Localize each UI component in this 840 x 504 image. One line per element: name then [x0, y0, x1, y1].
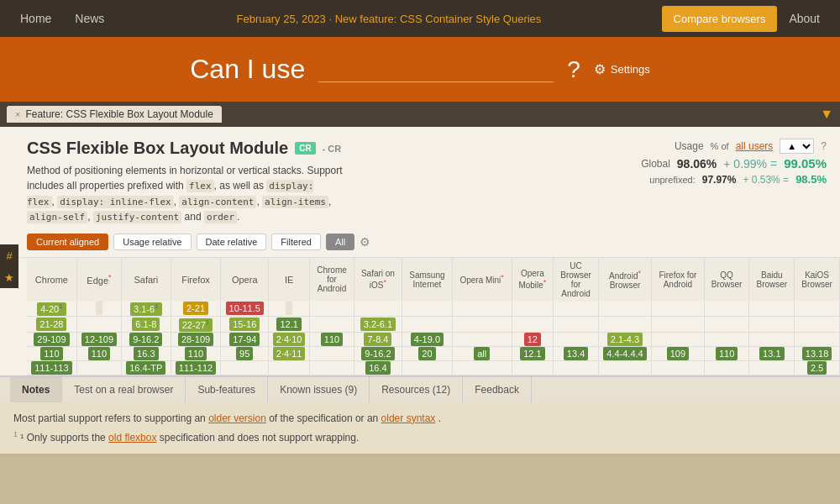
cell: 111-112 — [171, 360, 221, 375]
feature-tab[interactable]: × Feature: CSS Flexible Box Layout Modul… — [7, 106, 222, 123]
usage-pct-of: % of — [711, 141, 729, 151]
cell: 2.5 — [795, 360, 840, 375]
tab-close[interactable]: × — [15, 109, 20, 119]
cell — [749, 302, 795, 317]
cell: 3.1-61 — [122, 302, 171, 317]
cell — [554, 360, 599, 375]
th-chrome: Chrome — [27, 258, 76, 302]
usage-plus2: + 0.53% = — [743, 174, 789, 186]
cell: 16.3 — [122, 346, 171, 360]
th-safari-ios: Safari oniOS* — [354, 258, 402, 302]
feature-description: Method of positioning elements in horizo… — [27, 163, 346, 225]
th-opera: Opera — [221, 258, 269, 302]
cell — [704, 302, 749, 317]
tab-feedback[interactable]: Feedback — [463, 377, 532, 402]
filter-all[interactable]: All — [326, 234, 354, 250]
th-edge: Edge* — [76, 258, 121, 302]
cell — [749, 332, 795, 346]
cell — [795, 332, 840, 346]
search-input[interactable] — [318, 57, 554, 82]
filter-date-relative[interactable]: Date relative — [197, 234, 267, 250]
table-row: 110 110 16.3 110 95 2·4·11 9-16.2 20 all… — [27, 346, 840, 360]
old-flexbox-link[interactable]: old flexbox — [108, 432, 156, 444]
cell: 12.1 — [268, 317, 309, 333]
table-row: 111-113 16.4-TP 111-112 16.4 — [27, 360, 840, 375]
cell — [76, 360, 121, 375]
older-syntax-link[interactable]: older syntax — [381, 412, 436, 424]
usage-global-value: 98.06% — [677, 157, 717, 171]
th-chrome-android: ChromeforAndroid — [310, 258, 354, 302]
tab-label: Feature: CSS Flexible Box Layout Module — [25, 108, 213, 120]
cell — [749, 360, 795, 375]
cell — [704, 332, 749, 346]
cell — [402, 317, 453, 333]
cell: 6.1-8 — [122, 317, 171, 333]
usage-type-select[interactable]: ▲ — [780, 139, 814, 154]
cell — [795, 317, 840, 333]
cell: 2·4·10 — [268, 332, 309, 346]
filter-usage-relative[interactable]: Usage relative — [113, 234, 191, 250]
badge-cr: CR — [295, 142, 315, 155]
cell — [652, 360, 705, 375]
gear-icon: ⚙ — [594, 61, 606, 77]
cell: 2-21 — [171, 302, 221, 317]
nav-news[interactable]: News — [63, 5, 116, 32]
cell: 28-109 — [171, 332, 221, 346]
cell — [354, 302, 402, 317]
nav-date: February 25, 2023 · New feature: CSS Con… — [237, 13, 542, 25]
filter-row: Current aligned Usage relative Date rela… — [27, 234, 591, 250]
cell: 15-16 — [221, 317, 269, 333]
nav-home[interactable]: Home — [8, 5, 63, 32]
table-row: 29-109 12-109 9-16.2 28-109 17-94 2·4·10… — [27, 332, 840, 346]
filter-filtered[interactable]: Filtered — [271, 234, 321, 250]
nav-center: February 25, 2023 · New feature: CSS Con… — [116, 13, 661, 25]
cell: 12 — [512, 332, 554, 346]
tab-sub-features[interactable]: Sub-features — [186, 377, 268, 402]
cell: 110 — [76, 346, 121, 360]
nav-compare-button[interactable]: Compare browsers — [662, 6, 778, 32]
cell: 29-109 — [27, 332, 76, 346]
cell — [452, 302, 512, 317]
cell — [652, 317, 705, 333]
hash-icon[interactable]: # — [0, 244, 18, 266]
cell: 16.4 — [354, 360, 402, 375]
tab-known-issues[interactable]: Known issues (9) — [268, 377, 370, 402]
filter-current[interactable]: Current aligned — [27, 234, 108, 250]
cell: 13.4 — [554, 346, 599, 360]
nav-bar: Home News February 25, 2023 · New featur… — [0, 0, 840, 37]
usage-total1: 99.05% — [784, 156, 827, 171]
cell: 22-271 — [171, 317, 221, 333]
usage-label: Usage — [675, 140, 704, 152]
th-opera-mobile: OperaMobile* — [512, 258, 554, 302]
usage-question[interactable]: ? — [821, 140, 827, 152]
cell: 13.18 — [795, 346, 840, 360]
table-row: 4-201 3.1-61 2-21 10-11.5 — [27, 302, 840, 317]
usage-total2: 98.5% — [795, 173, 827, 186]
cell: 2·4·11 — [268, 346, 309, 360]
cell — [795, 302, 840, 317]
cell: 17-94 — [221, 332, 269, 346]
cell: 109 — [652, 346, 705, 360]
filter-icon[interactable]: ▼ — [820, 107, 833, 122]
tab-resources[interactable]: Resources (12) — [370, 377, 463, 402]
th-baidu: BaiduBrowser — [749, 258, 795, 302]
nav-about[interactable]: About — [777, 5, 832, 32]
th-opera-mini: Opera Mini* — [452, 258, 512, 302]
tab-notes[interactable]: Notes — [10, 377, 62, 402]
feature-title-area: CSS Flexible Box Layout Module CR - CR M… — [27, 139, 591, 250]
cell: 111-113 — [27, 360, 76, 375]
settings-button[interactable]: ⚙ Settings — [594, 61, 650, 77]
usage-global-label: Global — [641, 158, 670, 170]
older-version-link[interactable]: older version — [208, 412, 266, 424]
th-android: Android*Browser — [598, 258, 651, 302]
cell: 3.2-6.1 — [354, 317, 402, 333]
usage-all-users-link[interactable]: all users — [736, 140, 774, 152]
cell — [598, 317, 651, 333]
tab-test-browser[interactable]: Test on a real browser — [62, 377, 186, 402]
cell: 9-16.2 — [354, 346, 402, 360]
cell: 21-28 — [27, 317, 76, 333]
filter-settings-icon[interactable]: ⚙ — [360, 235, 370, 249]
star-icon[interactable]: ★ — [0, 266, 18, 288]
browser-table-wrap: Chrome Edge* Safari Firefox Opera IE Chr… — [0, 258, 840, 375]
cell — [512, 360, 554, 375]
